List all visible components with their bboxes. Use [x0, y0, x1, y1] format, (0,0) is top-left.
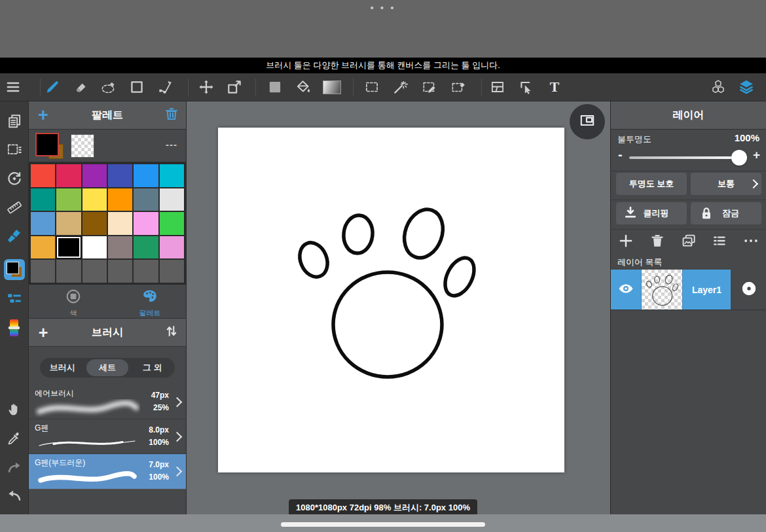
chevron-right-icon[interactable] — [172, 432, 183, 442]
palette-color-swatch[interactable] — [108, 188, 132, 211]
polyline-pen-tool-button[interactable] — [153, 75, 177, 99]
layer-thumbnail[interactable] — [641, 270, 683, 310]
primary-color-swatch[interactable] — [35, 133, 59, 156]
palette-color-swatch[interactable] — [108, 164, 132, 187]
sidebar-redo-button[interactable] — [3, 456, 26, 478]
brush-tab-0[interactable]: 브러시 — [41, 359, 84, 376]
menu-tool-button[interactable] — [1, 75, 25, 99]
palette-color-swatch[interactable] — [134, 164, 158, 187]
more-options-button[interactable] — [740, 230, 762, 252]
lasso-eraser-tool-button[interactable] — [97, 75, 120, 99]
sort-brushes-button[interactable] — [157, 319, 186, 347]
chevron-right-icon[interactable] — [172, 397, 183, 408]
magic-wand-tool-button[interactable] — [389, 75, 412, 99]
canvas[interactable] — [218, 128, 564, 472]
sidebar-pages-button[interactable] — [3, 110, 26, 132]
tab-color[interactable]: 색 — [47, 288, 100, 318]
palette-color-swatch[interactable] — [160, 188, 184, 211]
palette-color-swatch[interactable] — [56, 236, 81, 259]
layer-list-button[interactable] — [708, 230, 731, 252]
palette-color-swatch[interactable] — [56, 260, 81, 283]
brush-item-2[interactable]: G펜(부드러운)7.0px100% — [29, 454, 186, 489]
palette-color-swatch[interactable] — [82, 236, 107, 259]
sidebar-ruler-button[interactable] — [3, 196, 26, 219]
palette-color-swatch[interactable] — [31, 188, 55, 211]
brush-item-0[interactable]: 에어브러시47px25% — [29, 385, 186, 419]
operation-select-tool-button[interactable] — [515, 75, 538, 99]
sidebar-brush-list-button[interactable] — [3, 288, 26, 310]
palette-color-swatch[interactable] — [108, 260, 132, 283]
opacity-increase-button[interactable]: + — [753, 148, 760, 162]
layer-settings-button[interactable] — [731, 270, 766, 310]
palette-color-swatch[interactable] — [82, 260, 107, 283]
palette-color-swatch[interactable] — [160, 164, 184, 187]
sidebar-current-color-button[interactable] — [3, 258, 26, 281]
palette-color-swatch[interactable] — [31, 212, 55, 235]
palette-color-swatch[interactable] — [134, 260, 158, 283]
palette-color-swatch[interactable] — [134, 188, 158, 211]
materials-panel-button[interactable] — [706, 75, 730, 99]
fill-rect-tool-button[interactable] — [263, 75, 287, 99]
palette-color-swatch[interactable] — [108, 236, 132, 259]
palette-color-swatch[interactable] — [160, 212, 184, 235]
shape-rect-tool-button[interactable] — [125, 75, 149, 99]
sidebar-color-bar-button[interactable] — [3, 317, 26, 339]
select-eraser-tool-button[interactable] — [447, 75, 470, 99]
add-layer-button[interactable] — [615, 230, 637, 252]
palette-color-swatch[interactable] — [31, 236, 55, 259]
eraser-tool-button[interactable] — [69, 75, 92, 99]
palette-color-swatch[interactable] — [82, 188, 107, 211]
sidebar-undo-button[interactable] — [3, 484, 26, 506]
palette-color-swatch[interactable] — [160, 236, 184, 259]
layer-visibility-toggle[interactable] — [611, 270, 641, 310]
sidebar-rotate-reset-button[interactable] — [3, 168, 26, 190]
opacity-slider-track[interactable] — [629, 156, 747, 159]
navigator-button[interactable] — [570, 104, 605, 139]
palette-color-swatch[interactable] — [31, 260, 55, 283]
brush-item-1[interactable]: G펜8.0px100% — [29, 419, 186, 454]
brush-tab-2[interactable]: 그 외 — [131, 359, 173, 376]
sidebar-eyedropper-button[interactable] — [3, 427, 26, 450]
panel-divide-tool-button[interactable] — [486, 75, 509, 99]
gradient-tool-button[interactable] — [320, 75, 344, 99]
transparent-color-swatch[interactable] — [71, 134, 94, 158]
palette-color-swatch[interactable] — [56, 212, 81, 235]
layer-row[interactable]: Layer1 — [611, 270, 766, 310]
select-rect-tool-button[interactable] — [360, 75, 384, 99]
lock-button[interactable]: 잠금 — [691, 202, 761, 224]
window-handle-dots[interactable]: • • • — [0, 2, 766, 13]
sidebar-select-menu-button[interactable] — [3, 139, 26, 161]
alpha-protect-button[interactable]: 투명도 보호 — [616, 173, 687, 195]
transform-tool-button[interactable] — [223, 75, 246, 99]
palette-color-swatch[interactable] — [134, 212, 158, 235]
palette-color-swatch[interactable] — [31, 164, 55, 187]
palette-color-swatch[interactable] — [56, 164, 81, 187]
add-brush-button[interactable]: + — [29, 319, 58, 347]
delete-palette-color-button[interactable] — [157, 101, 186, 130]
layers-panel-button[interactable] — [735, 75, 758, 99]
sidebar-material-marker-button[interactable] — [3, 224, 26, 247]
delete-layer-button[interactable] — [646, 230, 668, 252]
clipping-button[interactable]: 클리핑 — [616, 202, 687, 224]
blend-mode-button[interactable]: 보통 — [691, 173, 761, 195]
sidebar-hand-button[interactable] — [3, 398, 26, 420]
palette-color-swatch[interactable] — [82, 212, 107, 235]
brush-tool-button[interactable] — [41, 75, 64, 99]
opacity-slider-thumb[interactable] — [731, 150, 747, 166]
palette-color-swatch[interactable] — [56, 188, 81, 211]
add-palette-color-button[interactable]: + — [29, 101, 58, 130]
palette-color-swatch[interactable] — [160, 260, 184, 283]
duplicate-layer-button[interactable] — [678, 230, 700, 252]
bucket-tool-button[interactable] — [291, 75, 315, 99]
chevron-right-icon[interactable] — [172, 467, 183, 477]
palette-color-swatch[interactable] — [82, 164, 107, 187]
home-indicator[interactable] — [281, 522, 485, 527]
palette-color-swatch[interactable] — [108, 212, 132, 235]
opacity-decrease-button[interactable]: - — [618, 147, 623, 162]
tab-palette[interactable]: 팔레트 — [124, 288, 176, 318]
brush-tab-1[interactable]: 세트 — [86, 359, 129, 376]
text-tool-button[interactable]: T — [543, 75, 566, 99]
move-tool-button[interactable] — [194, 75, 218, 99]
select-pen-tool-button[interactable] — [418, 75, 441, 99]
palette-color-swatch[interactable] — [134, 236, 158, 259]
